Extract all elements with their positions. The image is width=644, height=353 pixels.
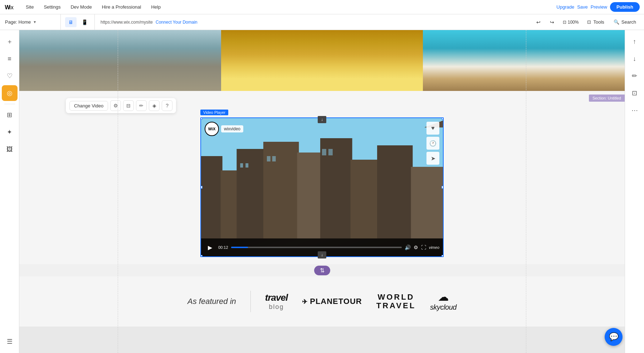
edit-button[interactable]: ✏ [627, 68, 643, 84]
sidebar-blog[interactable]: ♡ [2, 68, 18, 84]
move-up-button[interactable]: ↑ [627, 34, 643, 49]
connect-domain-link[interactable]: Connect Your Domain [156, 20, 197, 25]
cloud-icon: ☁ [438, 291, 448, 303]
mobile-view-button[interactable]: 📱 [79, 17, 90, 27]
video-settings-icon[interactable]: ⚙ [110, 100, 121, 111]
change-video-label: Change Video [74, 103, 103, 108]
brand-travel-blog[interactable]: travel blog [265, 292, 288, 311]
page-label: Page: Home [5, 19, 31, 25]
video-action-icons: ♥ 🕐 ➤ [426, 122, 439, 165]
move-down-button[interactable]: ↓ [627, 51, 643, 67]
change-video-button[interactable]: Change Video [69, 101, 108, 111]
zoom-percent-icon: ⊡ [563, 20, 566, 25]
svg-rect-14 [267, 156, 270, 161]
nav-settings[interactable]: Settings [39, 2, 65, 12]
preview-link[interactable]: Preview [591, 4, 607, 10]
image-strip [19, 30, 625, 91]
nav-site[interactable]: Site [21, 2, 38, 12]
download-indicator[interactable]: ↓ [318, 116, 326, 123]
settings-ctrl-icon[interactable]: ⚙ [414, 245, 418, 250]
planetour-text: ✈ PLANETOUR [302, 297, 362, 306]
upgrade-link[interactable]: Upgrade [556, 4, 574, 10]
sidebar-add-elements[interactable]: ＋ [2, 34, 18, 49]
video-progress-bar[interactable] [231, 247, 402, 248]
redo-button[interactable]: ↪ [546, 17, 558, 27]
sidebar-add-section[interactable]: ✦ [2, 124, 18, 140]
url-bar: https://www.wix.com/mysite Connect Your … [95, 20, 528, 25]
sidebar-divider-1 [4, 104, 15, 104]
handle-bottom-right[interactable] [441, 255, 444, 257]
svg-rect-4 [221, 170, 239, 238]
sidebar-media[interactable]: 🖼 [2, 141, 18, 157]
nav-right-actions: Upgrade Save Preview Publish [556, 2, 644, 12]
plane-icon: ✈ [302, 298, 310, 305]
video-share-icon[interactable]: ➤ [426, 152, 439, 165]
svg-rect-17 [328, 149, 333, 155]
tools-button[interactable]: ⊡ Tools [584, 18, 608, 26]
wixvideo-badge: WiX wixvideo [205, 122, 243, 136]
brand-planetour[interactable]: ✈ PLANETOUR [302, 297, 362, 306]
svg-rect-5 [236, 149, 265, 238]
panel-button[interactable]: ⊡ [627, 85, 643, 101]
more-options-button[interactable]: ⋯ [627, 102, 643, 118]
handle-top-left[interactable] [200, 117, 203, 120]
page-selector[interactable]: Page: Home ▼ [0, 14, 61, 30]
top-nav-menu: Site Settings Dev Mode Hire a Profession… [21, 2, 556, 12]
add-section-icon: ✦ [7, 128, 12, 136]
sidebar-layers[interactable]: ☰ [2, 334, 18, 349]
search-button[interactable]: 🔍 Search [610, 18, 640, 26]
desktop-view-button[interactable]: 🖥 [65, 17, 77, 27]
brand-skycloud[interactable]: ☁ skycloud [430, 291, 457, 311]
handle-bottom-left[interactable] [200, 255, 203, 257]
sidebar-pages[interactable]: ≡ [2, 51, 18, 67]
app-market-icon: ⊞ [7, 111, 12, 119]
play-button[interactable]: ▶ [205, 242, 215, 253]
video-control-icons: 🔊 ⚙ ⛶ [405, 245, 426, 250]
strip-image-1[interactable] [19, 30, 221, 91]
tools-icon: ⊡ [587, 19, 591, 25]
zoom-control[interactable]: ⊡ 100% [560, 18, 582, 26]
chat-button[interactable]: 💬 [605, 328, 623, 346]
world-travel-travel: TRAVEL [376, 301, 416, 310]
video-help-icon[interactable]: ? [162, 100, 172, 111]
video-code-icon[interactable]: ◈ [149, 100, 160, 111]
left-sidebar: ＋ ≡ ♡ ◎ ⊞ ✦ 🖼 ☰ [0, 30, 19, 353]
sidebar-active-tool[interactable]: ◎ [2, 85, 18, 101]
undo-button[interactable]: ↩ [533, 17, 544, 27]
volume-icon[interactable]: 🔊 [405, 245, 411, 250]
featured-section: As featured in travel blog ✈ PLANETOUR W… [19, 276, 625, 327]
guide-line-left [118, 30, 118, 353]
section-separator-button[interactable]: ⇅ [314, 266, 330, 275]
strip-image-2[interactable] [221, 30, 423, 91]
second-toolbar: Page: Home ▼ 🖥 📱 https://www.wix.com/mys… [0, 14, 644, 30]
svg-rect-10 [377, 145, 413, 238]
video-section: Section: Untitled Change Video ⚙ ⊟ ✏ ◈ ?… [19, 91, 625, 264]
video-brush-icon[interactable]: ✏ [136, 100, 147, 111]
video-toolbar: Change Video ⚙ ⊟ ✏ ◈ ? [66, 98, 176, 113]
video-background [201, 118, 443, 256]
video-player[interactable]: WiX wixvideo ♥ 🕐 ➤ ▶ 00:12 [200, 117, 444, 257]
save-link[interactable]: Save [577, 4, 588, 10]
upload-indicator[interactable]: ↓ [318, 251, 326, 258]
svg-rect-13 [245, 163, 248, 168]
handle-mid-left[interactable] [200, 186, 203, 189]
nav-hire[interactable]: Hire a Professional [98, 2, 146, 12]
video-layout-icon[interactable]: ⊟ [123, 100, 134, 111]
video-clock-icon[interactable]: 🕐 [426, 137, 439, 150]
device-toolbar: 🖥 📱 [61, 14, 95, 30]
publish-button[interactable]: Publish [610, 2, 640, 12]
nav-help[interactable]: Help [147, 2, 165, 12]
video-heart-icon[interactable]: ♥ [426, 122, 439, 135]
brand-world-travel[interactable]: WORLD TRAVEL [376, 293, 416, 310]
chat-icon: 💬 [609, 332, 619, 342]
nav-dev-mode[interactable]: Dev Mode [66, 2, 96, 12]
toolbar-right-actions: ↩ ↪ ⊡ 100% ⊡ Tools 🔍 Search [528, 17, 644, 27]
world-travel-world: WORLD [377, 293, 414, 301]
handle-top-right[interactable] [441, 117, 444, 120]
handle-mid-right[interactable] [441, 186, 444, 189]
sidebar-app-market[interactable]: ⊞ [2, 107, 18, 123]
travel-blog-top: travel [265, 292, 288, 303]
fullscreen-icon[interactable]: ⛶ [421, 245, 426, 250]
wix-logo[interactable]: W ix [0, 4, 21, 11]
strip-image-3[interactable] [423, 30, 625, 91]
